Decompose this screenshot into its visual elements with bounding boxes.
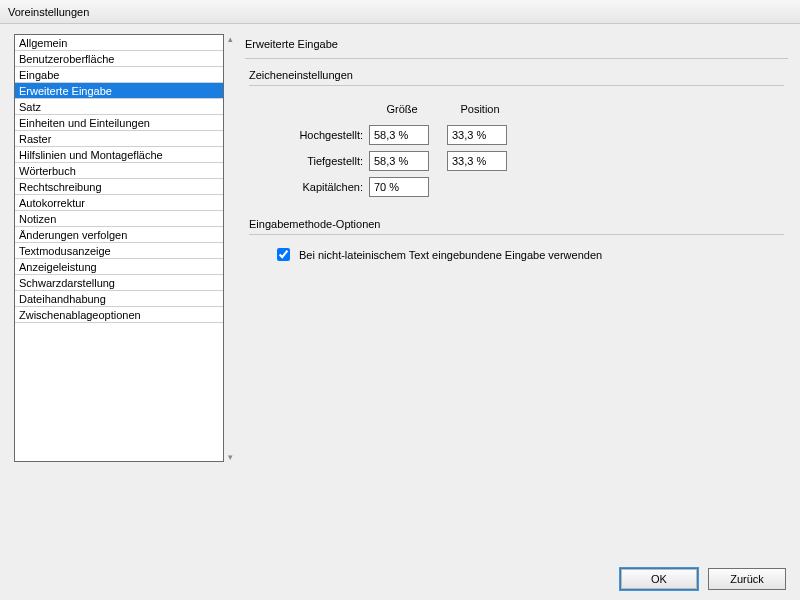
superscript-position-input[interactable] bbox=[447, 125, 507, 145]
sidebar-item[interactable]: Schwarzdarstellung bbox=[15, 275, 223, 291]
smallcaps-label: Kapitälchen: bbox=[273, 181, 369, 193]
sidebar-item[interactable]: Zwischenablageoptionen bbox=[15, 307, 223, 323]
inline-nonlatin-label[interactable]: Bei nicht-lateinischem Text eingebundene… bbox=[299, 249, 602, 261]
ok-button[interactable]: OK bbox=[620, 568, 698, 590]
sidebar-scroll-arrows: ▴ ▾ bbox=[225, 34, 237, 462]
sidebar-item[interactable]: Dateihandhabung bbox=[15, 291, 223, 307]
ime-options-group: Eingabemethode-Optionen Bei nicht-latein… bbox=[249, 218, 784, 264]
sidebar-item[interactable]: Benutzeroberfläche bbox=[15, 51, 223, 67]
sidebar-item[interactable]: Raster bbox=[15, 131, 223, 147]
sidebar-item[interactable]: Wörterbuch bbox=[15, 163, 223, 179]
sidebar-item[interactable]: Änderungen verfolgen bbox=[15, 227, 223, 243]
scroll-up-icon[interactable]: ▴ bbox=[225, 34, 235, 44]
superscript-label: Hochgestellt: bbox=[273, 129, 369, 141]
superscript-size-input[interactable] bbox=[369, 125, 429, 145]
sidebar-item[interactable]: Allgemein bbox=[15, 35, 223, 51]
sidebar-container: AllgemeinBenutzeroberflächeEingabeErweit… bbox=[14, 34, 237, 558]
sidebar-item[interactable]: Notizen bbox=[15, 211, 223, 227]
subscript-label: Tiefgestellt: bbox=[273, 155, 369, 167]
sidebar-item[interactable]: Rechtschreibung bbox=[15, 179, 223, 195]
category-list[interactable]: AllgemeinBenutzeroberflächeEingabeErweit… bbox=[14, 34, 224, 462]
sidebar-item[interactable]: Textmodusanzeige bbox=[15, 243, 223, 259]
settings-panel: Erweiterte Eingabe Zeicheneinstellungen … bbox=[245, 34, 788, 558]
ime-options-legend: Eingabemethode-Optionen bbox=[249, 218, 784, 230]
content-area: AllgemeinBenutzeroberflächeEingabeErweit… bbox=[0, 24, 800, 558]
sidebar-item[interactable]: Eingabe bbox=[15, 67, 223, 83]
sidebar-item[interactable]: Satz bbox=[15, 99, 223, 115]
header-position: Position bbox=[447, 103, 513, 115]
header-size: Größe bbox=[369, 103, 435, 115]
panel-title: Erweiterte Eingabe bbox=[245, 38, 788, 50]
subscript-size-input[interactable] bbox=[369, 151, 429, 171]
footer: OK Zurück bbox=[0, 558, 800, 600]
back-button[interactable]: Zurück bbox=[708, 568, 786, 590]
sidebar-item[interactable]: Einheiten und Einteilungen bbox=[15, 115, 223, 131]
char-settings-legend: Zeicheneinstellungen bbox=[249, 69, 784, 81]
window-title: Voreinstellungen bbox=[0, 0, 800, 24]
subscript-position-input[interactable] bbox=[447, 151, 507, 171]
smallcaps-size-input[interactable] bbox=[369, 177, 429, 197]
sidebar-item[interactable]: Erweiterte Eingabe bbox=[15, 83, 223, 99]
char-settings-group: Zeicheneinstellungen . Größe Position Ho… bbox=[249, 69, 784, 200]
scroll-down-icon[interactable]: ▾ bbox=[225, 452, 235, 462]
sidebar-item[interactable]: Autokorrektur bbox=[15, 195, 223, 211]
sidebar-item[interactable]: Hilfslinien und Montagefläche bbox=[15, 147, 223, 163]
inline-nonlatin-checkbox[interactable] bbox=[277, 248, 290, 261]
sidebar-item[interactable]: Anzeigeleistung bbox=[15, 259, 223, 275]
